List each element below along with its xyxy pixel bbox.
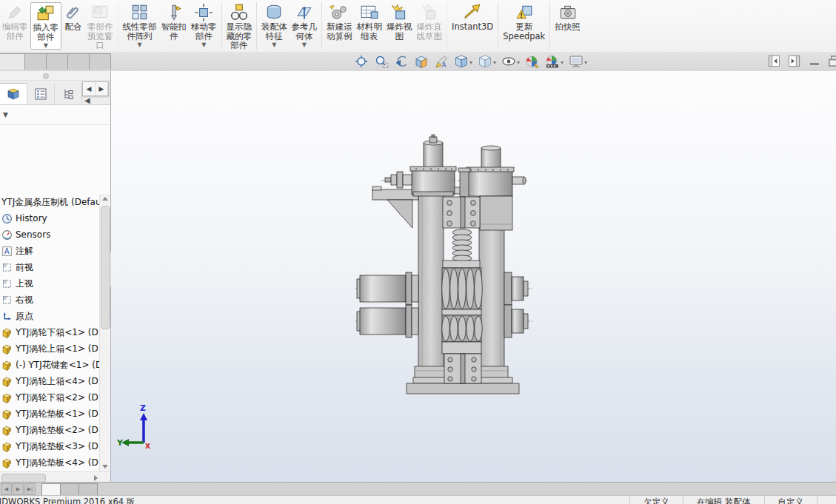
tab-configurationmanager[interactable] xyxy=(55,84,82,104)
tree-item-sensors[interactable]: Sensors xyxy=(0,226,101,243)
view-settings-button[interactable]: ▾ xyxy=(569,54,587,71)
scroll-down-icon[interactable] xyxy=(100,462,110,471)
smart-fasteners-button[interactable]: 智能扣 件 xyxy=(159,2,190,50)
exploded-view-button[interactable]: 爆炸视 图 xyxy=(384,2,415,50)
collapse-right-pane-icon[interactable] xyxy=(788,55,800,67)
graphics-area[interactable]: Z Y X xyxy=(111,71,836,483)
ribbon-button-label: 拍快照 xyxy=(555,22,581,32)
mate-button[interactable]: 配合 xyxy=(61,2,85,50)
section-view-button[interactable] xyxy=(414,54,429,71)
update-speedpak-button[interactable]: 更新 Speedpak xyxy=(501,2,550,50)
tree-item-annotations[interactable]: 注解 xyxy=(0,243,101,259)
display-style-button[interactable]: ▾ xyxy=(478,54,496,71)
ribbon-button-label: 参考几 何体 xyxy=(292,22,318,41)
zoom-to-area-button[interactable] xyxy=(374,54,389,71)
new-motion-study-button[interactable]: 新建运 动算例 xyxy=(324,2,355,50)
reference-geometry-button[interactable]: 参考几 何体 ▼ xyxy=(290,2,323,50)
bill-of-materials-button[interactable]: 材料明 细表 xyxy=(355,2,385,50)
tree-item-history[interactable]: History xyxy=(0,210,101,226)
move-component-button[interactable]: 移动零 部件 ▼ xyxy=(189,2,222,50)
flyout-arrow-right-icon[interactable]: ▶ xyxy=(96,82,108,95)
tree-item-part[interactable]: YTJ涡轮垫板<2> (D xyxy=(0,422,101,438)
ribbon-button-label: 零部件 预览窗 口 xyxy=(87,22,113,50)
edit-component-button[interactable]: 编辑零 部件 xyxy=(0,2,30,50)
dropdown-arrow-icon[interactable]: ▾ xyxy=(469,59,472,66)
tree-item-part[interactable]: YTJ涡轮垫板<3> (D xyxy=(0,438,101,454)
tree-item-part[interactable]: YTJ涡轮上箱<4> (D xyxy=(0,373,101,389)
window-controls xyxy=(768,55,836,67)
tree-item-right-plane[interactable]: 右视 xyxy=(0,292,101,308)
tab-sketch[interactable] xyxy=(46,53,68,70)
dynamic-annotation-views-button[interactable] xyxy=(434,54,449,71)
tab-assembly[interactable] xyxy=(0,53,25,70)
show-hidden-components-button[interactable]: 显示隐 藏的零 部件 xyxy=(224,2,258,50)
ribbon-button-icon xyxy=(463,3,482,22)
apply-scene-button[interactable]: ▾ xyxy=(545,54,564,71)
assembly-features-button[interactable]: 装配体 特征 ▼ xyxy=(259,2,290,50)
ribbon-button-icon xyxy=(90,3,110,22)
motion-study-tab[interactable] xyxy=(78,483,98,496)
tab-evaluate[interactable] xyxy=(67,53,90,70)
tree-item-icon xyxy=(1,278,13,289)
tree-item-part[interactable]: YTJ涡轮垫板<1> (D xyxy=(0,406,101,422)
flyout-arrow-left-icon[interactable]: ◀ xyxy=(83,82,96,95)
tree-item-front-plane[interactable]: 前视 xyxy=(0,259,101,275)
hud-button-icon xyxy=(434,54,449,71)
model-3d-view[interactable] xyxy=(355,134,533,400)
ribbon-button-icon xyxy=(64,3,83,22)
dropdown-arrow-icon[interactable]: ▼ xyxy=(302,42,307,48)
hud-button-icon xyxy=(569,54,583,71)
tree-item-part[interactable]: YTJ涡轮垫板<4> (D xyxy=(0,454,101,471)
tree-horizontal-scrollbar[interactable] xyxy=(0,471,111,483)
tab-solidworks-addins[interactable] xyxy=(89,53,111,70)
collapse-left-pane-icon[interactable] xyxy=(768,55,780,67)
previous-view-button[interactable] xyxy=(394,54,409,71)
dropdown-arrow-icon[interactable]: ▼ xyxy=(44,43,48,49)
dropdown-arrow-icon[interactable]: ▾ xyxy=(517,59,520,66)
tab-propertymanager[interactable] xyxy=(27,84,55,104)
tree-item-origin[interactable]: 原点 xyxy=(0,308,101,324)
hide-show-items-button[interactable]: ▾ xyxy=(501,54,520,71)
tab-scroll-prev-icon[interactable]: ▶ xyxy=(13,483,24,495)
minimize-icon[interactable] xyxy=(808,55,820,67)
3d-views-tab[interactable] xyxy=(60,483,79,496)
filter-dropdown-icon[interactable]: ▼ xyxy=(3,111,8,118)
tree-item-label: (-) YTJ花键套<1> (D xyxy=(16,359,101,372)
vertical-scroll-thumb[interactable] xyxy=(101,206,110,329)
tree-item-part[interactable]: YTJ涡轮上箱<1> (D xyxy=(0,340,101,357)
tab-featuremanager-tree[interactable] xyxy=(0,83,27,104)
tree-vertical-scrollbar[interactable] xyxy=(99,194,110,471)
tree-item-part[interactable]: (-) YTJ花键套<1> (D xyxy=(0,357,101,373)
explode-line-sketch-button[interactable]: 爆炸直 线草图 xyxy=(415,2,448,50)
take-snapshot-button[interactable]: 拍快照 xyxy=(552,2,583,50)
component-preview-button[interactable]: 零部件 预览窗 口 xyxy=(85,2,118,50)
dropdown-arrow-icon[interactable]: ▼ xyxy=(137,42,141,48)
edit-appearance-button[interactable] xyxy=(525,54,540,71)
dropdown-arrow-icon[interactable]: ▼ xyxy=(272,42,276,48)
scroll-up-icon[interactable] xyxy=(100,194,110,204)
custom-status-dropdown[interactable]: 自定义 xyxy=(764,497,818,504)
dropdown-arrow-icon[interactable]: ▾ xyxy=(584,59,587,66)
panel-splitter-handle[interactable] xyxy=(0,71,110,81)
zoom-to-fit-button[interactable] xyxy=(354,54,369,71)
tree-item-part[interactable]: YTJ涡轮下箱<1> (D xyxy=(0,324,101,340)
linear-component-pattern-button[interactable]: 线性零部 件阵列 ▼ xyxy=(121,2,159,50)
tab-layout[interactable] xyxy=(24,53,47,70)
tab-scroll-first-icon[interactable]: ◀ xyxy=(1,483,12,495)
commandmanager-tabs xyxy=(0,53,110,71)
restore-window-icon[interactable] xyxy=(828,55,836,67)
tab-scroll-last-icon[interactable]: ▶| xyxy=(24,483,36,495)
tree-item-part[interactable]: YTJ涡轮下箱<2> (D xyxy=(0,389,101,406)
ribbon-button-label: 装配体 特征 xyxy=(261,22,287,41)
tree-item-top-plane[interactable]: 上视 xyxy=(0,275,101,292)
instant3d-button[interactable]: Instant3D xyxy=(449,2,498,50)
editing-state-label: 在编辑 装配体 xyxy=(683,497,764,504)
dropdown-arrow-icon[interactable]: ▾ xyxy=(561,59,564,66)
panel-tab-scroll-left-icon[interactable]: ◀ xyxy=(82,96,93,104)
dropdown-arrow-icon[interactable]: ▾ xyxy=(493,59,496,66)
insert-component-button[interactable]: 插入零 部件 ▼ xyxy=(30,2,62,50)
model-tab[interactable] xyxy=(41,483,61,496)
view-orientation-button[interactable]: ▾ xyxy=(454,54,472,71)
tree-item-assembly-root[interactable]: YTJ金属条压制机 (Defau xyxy=(0,194,101,210)
dropdown-arrow-icon[interactable]: ▼ xyxy=(201,42,206,48)
